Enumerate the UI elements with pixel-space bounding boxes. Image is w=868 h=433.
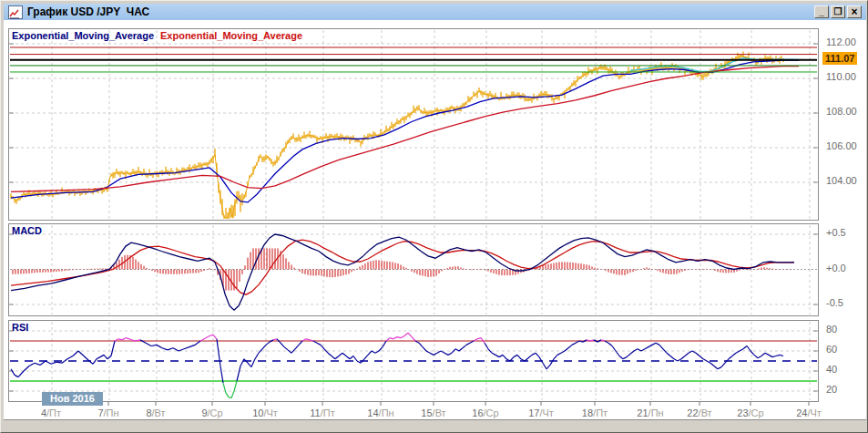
date-tick-label: 14/Пн bbox=[359, 407, 403, 418]
date-tick-label: 24/Чт bbox=[787, 407, 831, 418]
date-tick-label: 15/Вт bbox=[412, 407, 455, 418]
price-chart-panel[interactable] bbox=[8, 28, 819, 221]
month-badge: Нов 2016 bbox=[42, 392, 103, 406]
date-tick-label: 9/Ср bbox=[190, 407, 234, 418]
price-axis-label: 106.00 bbox=[826, 140, 857, 151]
date-tick-label: 17/Чт bbox=[519, 407, 563, 418]
price-axis-label: 104.00 bbox=[826, 175, 857, 186]
rsi-axis-label: 60 bbox=[826, 344, 837, 355]
date-tick-label: 21/Пн bbox=[628, 407, 672, 418]
macd-axis-label: +0.0 bbox=[826, 263, 846, 273]
ema-label-red: Exponential_Moving_Average bbox=[160, 30, 302, 41]
chart-stage: Exponential_Moving_Average Exponential_M… bbox=[1, 1, 868, 433]
rsi-axis-label: 40 bbox=[826, 364, 837, 375]
price-axis-label: 112.00 bbox=[826, 36, 856, 47]
date-tick-label: 23/Ср bbox=[729, 407, 772, 418]
price-axis-label: 108.00 bbox=[826, 106, 857, 117]
date-tick-label: 7/Пн bbox=[87, 407, 130, 418]
date-tick-label: 8/Вт bbox=[134, 407, 178, 418]
date-tick-label: 10/Чт bbox=[243, 407, 287, 418]
rsi-chart-panel[interactable] bbox=[8, 320, 819, 402]
date-tick-label: 16/Ср bbox=[464, 407, 507, 418]
macd-chart-panel[interactable] bbox=[8, 223, 819, 316]
current-price-tag: 111.07 bbox=[822, 52, 857, 65]
date-tick-label: 22/Вт bbox=[678, 407, 721, 418]
macd-axis-label: -0.5 bbox=[826, 297, 843, 308]
price-axis-label: 110.00 bbox=[826, 71, 856, 82]
macd-label: MACD bbox=[12, 225, 42, 236]
rsi-label: RSI bbox=[12, 322, 28, 333]
rsi-axis-label: 80 bbox=[826, 324, 837, 335]
rsi-axis-label: 20 bbox=[826, 384, 837, 395]
macd-axis-label: +0.5 bbox=[826, 227, 846, 238]
date-tick-label: 11/Пт bbox=[301, 407, 344, 418]
chart-window: График USD /JPY ЧАС _ ❐ × Exponential_Mo… bbox=[0, 0, 868, 433]
ema-label-blue: Exponential_Moving_Average bbox=[12, 30, 154, 41]
date-tick-label: 4/Пт bbox=[29, 407, 73, 418]
date-tick-label: 18/Пт bbox=[573, 407, 617, 418]
